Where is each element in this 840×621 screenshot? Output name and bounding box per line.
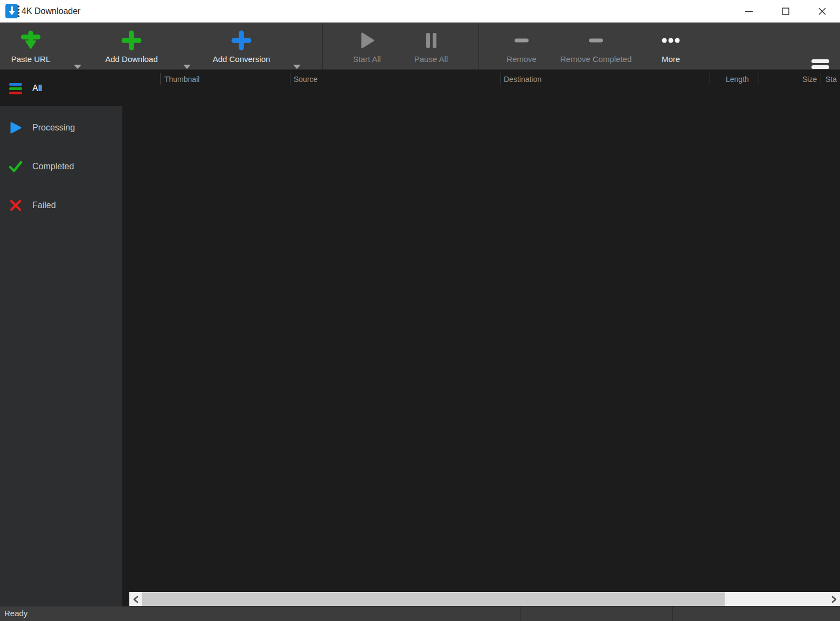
- more-button[interactable]: More: [630, 26, 711, 67]
- close-icon: [817, 6, 827, 16]
- scroll-left-button[interactable]: [129, 592, 142, 606]
- completed-check-icon: [9, 160, 23, 174]
- sidebar-item-processing[interactable]: Processing: [0, 108, 122, 147]
- remove-label: Remove: [506, 54, 537, 64]
- sidebar-item-failed[interactable]: Failed: [0, 186, 122, 225]
- minimize-button[interactable]: [734, 0, 764, 22]
- scrollbar-thumb[interactable]: [142, 592, 725, 606]
- app-icon: [5, 4, 20, 18]
- start-all-play-icon: [357, 28, 377, 53]
- add-conversion-plus-icon: [231, 28, 252, 53]
- column-separator[interactable]: [821, 73, 821, 85]
- add-download-button[interactable]: Add Download: [91, 26, 172, 67]
- add-download-plus-icon: [121, 28, 142, 53]
- paste-url-icon: [20, 28, 41, 53]
- more-label: More: [662, 54, 680, 64]
- add-conversion-label: Add Conversion: [213, 54, 270, 64]
- pause-all-pause-icon: [421, 28, 441, 53]
- more-ellipsis-icon: [660, 28, 682, 53]
- add-download-dropdown-caret-icon[interactable]: [183, 65, 191, 69]
- add-conversion-button[interactable]: Add Conversion: [201, 26, 282, 67]
- close-button[interactable]: [807, 0, 837, 22]
- toolbar-separator: [478, 23, 479, 70]
- column-header-destination[interactable]: Destination: [504, 75, 542, 84]
- all-filter-icon: [9, 81, 23, 95]
- horizontal-scrollbar[interactable]: [129, 592, 840, 606]
- status-text: Ready: [4, 606, 27, 621]
- pause-all-button[interactable]: Pause All: [391, 26, 471, 67]
- paste-url-dropdown-caret-icon[interactable]: [74, 65, 81, 69]
- pause-all-label: Pause All: [414, 54, 448, 64]
- remove-completed-label: Remove Completed: [560, 54, 632, 64]
- chevron-left-icon: [133, 596, 138, 603]
- toolbar: Paste URL Add Download Add Conversion: [0, 23, 840, 71]
- statusbar-separator: [520, 606, 520, 621]
- sidebar-item-label: Completed: [32, 162, 74, 171]
- sidebar-item-label: Processing: [32, 123, 75, 133]
- sidebar-item-label: Failed: [32, 201, 56, 210]
- scroll-right-button[interactable]: [828, 592, 840, 606]
- remove-minus-icon: [512, 28, 531, 53]
- column-header-status[interactable]: Sta: [825, 75, 837, 84]
- column-separator[interactable]: [501, 73, 501, 85]
- column-header-size[interactable]: Size: [802, 75, 817, 84]
- add-conversion-dropdown-caret-icon[interactable]: [293, 65, 301, 69]
- statusbar-separator: [672, 606, 673, 621]
- minimize-icon: [744, 6, 754, 16]
- column-separator[interactable]: [759, 73, 759, 85]
- remove-completed-minus-icon: [586, 28, 606, 53]
- titlebar: 4K Downloader: [0, 0, 840, 23]
- start-all-label: Start All: [353, 54, 381, 64]
- paste-url-button[interactable]: Paste URL: [0, 26, 61, 67]
- processing-play-icon: [9, 121, 23, 135]
- maximize-button[interactable]: [770, 0, 801, 22]
- sidebar-item-label: All: [32, 84, 42, 93]
- column-header-source[interactable]: Source: [294, 75, 317, 84]
- sidebar-item-all[interactable]: All: [0, 71, 122, 106]
- statusbar: Ready: [0, 606, 840, 621]
- download-list: Thumbnail Source Destination Length Size…: [122, 71, 840, 606]
- failed-x-icon: [9, 198, 23, 212]
- maximize-icon: [781, 6, 790, 16]
- toolbar-separator: [322, 23, 323, 70]
- column-separator[interactable]: [160, 73, 161, 85]
- remove-completed-button[interactable]: Remove Completed: [547, 26, 644, 67]
- column-header-length[interactable]: Length: [726, 75, 749, 84]
- column-header-thumbnail[interactable]: Thumbnail: [164, 75, 199, 84]
- window-title: 4K Downloader: [22, 0, 80, 22]
- chevron-right-icon: [831, 596, 837, 603]
- add-download-label: Add Download: [105, 54, 158, 64]
- paste-url-label: Paste URL: [11, 54, 51, 64]
- sidebar-item-completed[interactable]: Completed: [0, 147, 122, 186]
- sidebar: All Processing Completed Failed: [0, 71, 122, 606]
- column-separator[interactable]: [710, 73, 710, 85]
- column-separator[interactable]: [290, 73, 290, 85]
